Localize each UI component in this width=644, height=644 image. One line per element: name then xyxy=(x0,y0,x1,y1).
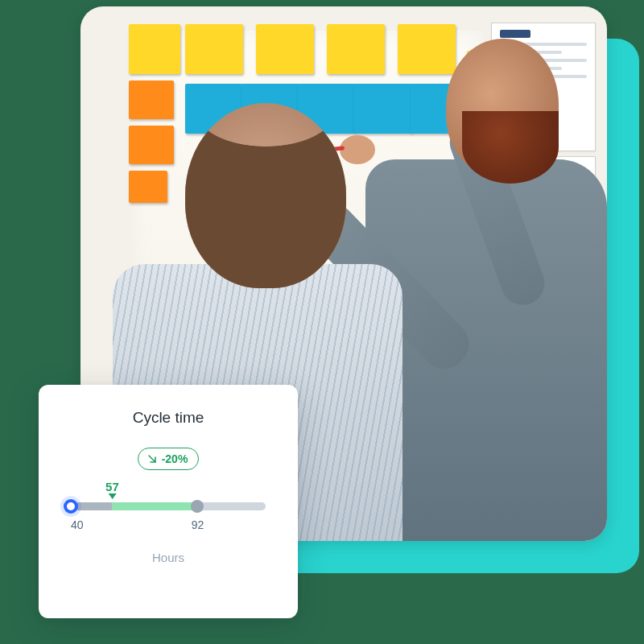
slider-fill-value-to-max xyxy=(112,502,197,510)
arrow-down-right-icon xyxy=(147,454,157,464)
unit-label: Hours xyxy=(152,551,184,564)
caret-down-icon xyxy=(108,493,116,499)
range-slider[interactable]: 57 40 92 xyxy=(71,502,266,531)
sticky-note xyxy=(185,24,243,74)
cycle-time-card: Cycle time -20% 57 40 92 Hours xyxy=(39,385,298,618)
current-value-marker: 57 xyxy=(105,480,119,499)
slider-thumb-max[interactable] xyxy=(191,500,204,513)
sticky-note xyxy=(129,24,180,74)
sticky-note xyxy=(256,24,314,74)
delta-value: -20% xyxy=(162,452,188,465)
slider-track xyxy=(71,502,266,510)
slider-thumb-min[interactable] xyxy=(64,499,78,514)
current-value: 57 xyxy=(105,480,119,493)
slider-min-label: 40 xyxy=(71,518,84,531)
slider-scale: 40 92 xyxy=(71,518,266,531)
slider-max-label: 92 xyxy=(192,518,204,531)
delta-badge: -20% xyxy=(138,448,200,470)
card-title: Cycle time xyxy=(133,409,204,427)
